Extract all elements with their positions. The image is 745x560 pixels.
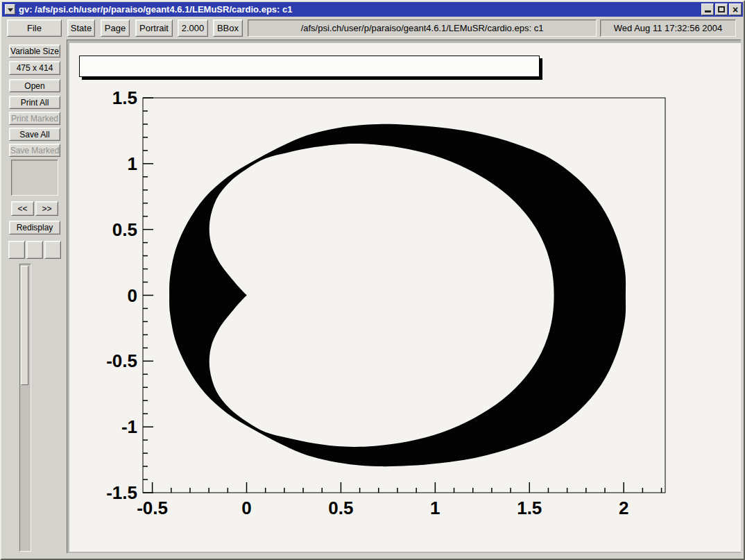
scale-button[interactable]: 2.000 xyxy=(178,19,208,37)
cardioid-region xyxy=(169,124,626,466)
close-icon: × xyxy=(733,5,738,15)
save-all-button[interactable]: Save All xyxy=(9,128,60,141)
x-tick-label: -0.5 xyxy=(137,498,168,518)
maximize-icon xyxy=(718,6,725,12)
gv-window: gv: /afs/psi.ch/user/p/paraiso/geant4.6.… xyxy=(0,0,745,560)
document-path-label: /afs/psi.ch/user/p/paraiso/geant4.6.1/LE… xyxy=(248,19,597,37)
x-tick-label: 2 xyxy=(619,498,628,518)
y-tick-label: 0 xyxy=(128,285,137,306)
page-button[interactable]: Page xyxy=(101,19,130,37)
mark-button-2[interactable] xyxy=(26,241,43,259)
document-viewport[interactable]: -0.500.511.52-1.5-1-0.500.511.5 xyxy=(67,40,741,553)
next-page-button[interactable]: >> xyxy=(35,201,58,216)
datetime-label: Wed Aug 11 17:32:56 2004 xyxy=(600,19,736,37)
page-size-button[interactable]: 475 x 414 xyxy=(9,61,60,75)
y-tick-label: 1.5 xyxy=(112,87,137,108)
prev-page-button[interactable]: << xyxy=(11,201,34,216)
window-title: gv: /afs/psi.ch/user/p/paraiso/geant4.6.… xyxy=(19,4,701,15)
window-menu-icon[interactable] xyxy=(5,4,15,15)
x-tick-label: 1.5 xyxy=(517,498,542,518)
file-button[interactable]: File xyxy=(7,19,62,37)
y-tick-label: -1 xyxy=(121,416,137,437)
print-all-button[interactable]: Print All xyxy=(9,96,60,109)
mark-button-1[interactable] xyxy=(8,241,25,259)
state-button[interactable]: State xyxy=(67,19,95,37)
print-marked-button: Print Marked xyxy=(9,112,60,125)
mark-button-3[interactable] xyxy=(44,241,61,259)
open-button[interactable]: Open xyxy=(9,79,60,92)
plot-canvas: -0.500.511.52-1.5-1-0.500.511.5 xyxy=(67,40,740,552)
y-tick-label: -1.5 xyxy=(106,482,137,503)
y-tick-label: -0.5 xyxy=(106,350,137,371)
x-tick-label: 0.5 xyxy=(328,498,353,518)
orientation-button[interactable]: Portrait xyxy=(135,19,173,37)
y-tick-label: 0.5 xyxy=(112,219,137,240)
vertical-scrollbar[interactable] xyxy=(19,264,31,552)
titlebar[interactable]: gv: /afs/psi.ch/user/p/paraiso/geant4.6.… xyxy=(2,2,743,17)
minimize-button[interactable] xyxy=(701,3,714,15)
page-list[interactable] xyxy=(11,160,58,196)
save-marked-button: Save Marked xyxy=(9,144,60,157)
variable-size-button[interactable]: Variable Size xyxy=(9,44,60,58)
scrollbar-thumb[interactable] xyxy=(21,266,28,385)
maximize-button[interactable] xyxy=(715,3,728,15)
y-tick-label: 1 xyxy=(128,153,137,174)
window-controls: × xyxy=(701,3,742,15)
close-button[interactable]: × xyxy=(729,3,742,15)
redisplay-button[interactable]: Redisplay xyxy=(9,221,60,235)
x-tick-label: 0 xyxy=(241,498,251,518)
bbox-button[interactable]: BBox xyxy=(213,19,243,37)
x-tick-label: 1 xyxy=(430,498,440,518)
minimize-icon xyxy=(705,10,711,12)
